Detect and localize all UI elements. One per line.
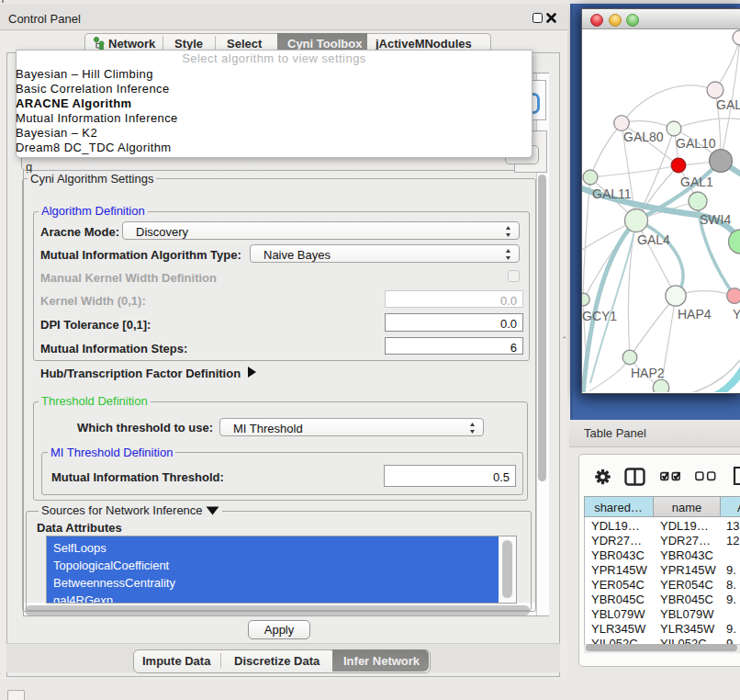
svg-text:Y: Y xyxy=(733,307,740,322)
svg-text:GCY1: GCY1 xyxy=(582,309,617,323)
svg-text:GAL80: GAL80 xyxy=(623,130,664,144)
svg-text:GAL10: GAL10 xyxy=(676,136,716,151)
svg-text:GAL: GAL xyxy=(716,97,740,112)
svg-text:SWI4: SWI4 xyxy=(700,212,731,227)
svg-text:HAP2: HAP2 xyxy=(631,366,665,380)
svg-text:HAP4: HAP4 xyxy=(678,307,712,322)
svg-text:GAL4: GAL4 xyxy=(637,232,670,247)
svg-text:GAL11: GAL11 xyxy=(592,186,632,201)
svg-text:GAL1: GAL1 xyxy=(680,175,713,189)
